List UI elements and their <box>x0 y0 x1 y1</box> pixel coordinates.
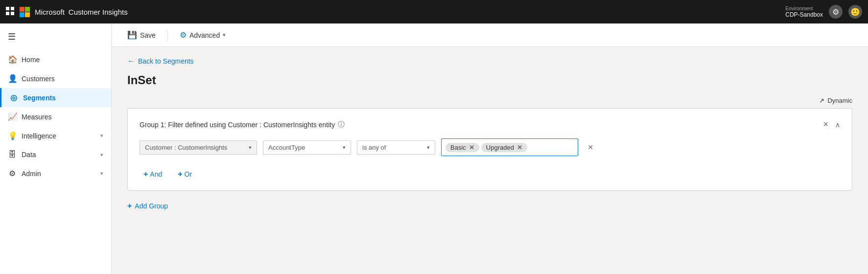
advanced-label: Advanced <box>189 31 220 39</box>
measures-icon: 📈 <box>8 112 17 121</box>
sidebar-item-data[interactable]: 🗄 Data ▾ <box>0 145 111 164</box>
remove-basic-button[interactable]: ✕ <box>468 144 475 151</box>
value-basic-label: Basic <box>450 144 466 151</box>
add-group-row: + Add Group <box>127 199 852 213</box>
or-label: Or <box>185 170 192 178</box>
add-group-button[interactable]: + Add Group <box>127 199 168 213</box>
dynamic-label: Dynamic <box>827 97 852 104</box>
topbar-right: Environment CDP-Sandbox ⚙ 🙂 <box>785 5 862 19</box>
sidebar-label-home: Home <box>22 56 40 64</box>
sidebar-label-customers: Customers <box>22 75 55 83</box>
field-chevron-icon: ▾ <box>343 144 346 151</box>
entity-chevron-icon: ▾ <box>249 144 252 151</box>
sidebar-item-measures[interactable]: 📈 Measures <box>0 107 111 126</box>
svg-rect-1 <box>11 7 14 10</box>
sidebar-item-home[interactable]: 🏠 Home <box>0 50 111 69</box>
page-title: InSet <box>127 73 852 87</box>
dynamic-area: ↗ Dynamic <box>127 97 852 104</box>
and-plus-icon: + <box>143 170 148 179</box>
group-collapse-button[interactable]: ∧ <box>835 121 840 129</box>
dynamic-badge: ↗ Dynamic <box>819 97 852 104</box>
segments-icon: ◎ <box>9 93 18 102</box>
app-name: Customer Insights <box>69 8 128 16</box>
dynamic-chart-icon: ↗ <box>819 97 824 104</box>
field-select[interactable]: AccountType ▾ <box>263 140 351 155</box>
operator-value: is any of <box>362 144 386 151</box>
data-icon: 🗄 <box>8 150 17 159</box>
operator-select[interactable]: is any of ▾ <box>357 140 435 155</box>
filter-row: Customer : CustomerInsights ▾ AccountTyp… <box>140 138 840 156</box>
add-group-label: Add Group <box>135 202 168 210</box>
admin-icon: ⚙ <box>8 169 17 178</box>
settings-icon[interactable]: ⚙ <box>829 5 843 19</box>
environment-label: Environment <box>785 6 823 11</box>
back-label: Back to Segments <box>138 57 194 65</box>
page-content: ← Back to Segments InSet ↗ Dynamic Group… <box>112 47 868 274</box>
sidebar-item-intelligence[interactable]: 💡 Intelligence ▾ <box>0 126 111 145</box>
advanced-button[interactable]: ⚙ Advanced ▾ <box>174 27 232 43</box>
group-header: Group 1: Filter defined using Customer :… <box>140 118 840 131</box>
info-icon[interactable]: ⓘ <box>338 120 345 129</box>
entity-select[interactable]: Customer : CustomerInsights ▾ <box>140 140 257 155</box>
intelligence-chevron: ▾ <box>100 133 103 139</box>
sidebar-item-admin[interactable]: ⚙ Admin ▾ <box>0 164 111 183</box>
environment-info: Environment CDP-Sandbox <box>785 6 823 18</box>
or-button[interactable]: + Or <box>174 168 196 181</box>
values-area[interactable]: Basic ✕ Upgraded ✕ <box>441 138 578 156</box>
sidebar-label-admin: Admin <box>22 170 41 178</box>
save-label: Save <box>140 31 156 39</box>
sidebar: ☰ 🏠 Home 👤 Customers ◎ Segments 📈 Measur… <box>0 23 112 274</box>
intelligence-icon: 💡 <box>8 131 17 140</box>
topbar: Microsoft Customer Insights Environment … <box>0 0 868 23</box>
save-button[interactable]: 💾 Save <box>121 27 162 43</box>
entity-value: Customer : CustomerInsights <box>145 144 227 151</box>
user-smile-icon[interactable]: 🙂 <box>848 5 862 19</box>
back-arrow-icon: ← <box>127 57 135 66</box>
operator-chevron-icon: ▾ <box>427 144 430 151</box>
svg-rect-0 <box>6 7 9 10</box>
home-icon: 🏠 <box>8 55 17 64</box>
environment-name: CDP-Sandbox <box>785 11 823 18</box>
save-icon: 💾 <box>127 30 137 40</box>
group-actions: × ∧ <box>820 118 840 131</box>
and-button[interactable]: + And <box>140 168 166 181</box>
sidebar-item-customers[interactable]: 👤 Customers <box>0 69 111 88</box>
group-close-button[interactable]: × <box>820 118 831 131</box>
back-navigation[interactable]: ← Back to Segments <box>127 57 852 66</box>
values-clear-button[interactable]: × <box>588 142 593 153</box>
value-tag-basic: Basic ✕ <box>446 143 479 152</box>
value-tag-upgraded: Upgraded ✕ <box>481 143 527 152</box>
field-value: AccountType <box>268 144 305 151</box>
sidebar-label-segments: Segments <box>23 94 56 102</box>
sidebar-label-measures: Measures <box>22 113 51 121</box>
toolbar: 💾 Save ⚙ Advanced ▾ <box>112 23 868 47</box>
and-or-row: + And + Or <box>140 164 840 181</box>
customers-icon: 👤 <box>8 74 17 83</box>
layout: ☰ 🏠 Home 👤 Customers ◎ Segments 📈 Measur… <box>0 23 868 274</box>
add-group-plus-icon: + <box>127 202 132 210</box>
admin-chevron: ▾ <box>100 170 103 177</box>
group-title: Group 1: Filter defined using Customer :… <box>140 120 345 129</box>
sidebar-label-intelligence: Intelligence <box>22 132 56 140</box>
grid-icon[interactable] <box>6 7 15 17</box>
data-chevron: ▾ <box>100 152 103 158</box>
toolbar-separator <box>167 29 168 41</box>
microsoft-label: Microsoft <box>35 8 65 16</box>
sidebar-label-data: Data <box>22 151 36 159</box>
microsoft-logo <box>20 7 30 17</box>
remove-upgraded-button[interactable]: ✕ <box>516 144 523 151</box>
svg-rect-2 <box>6 12 9 15</box>
svg-rect-3 <box>11 12 14 15</box>
or-plus-icon: + <box>178 170 182 179</box>
group-card: Group 1: Filter defined using Customer :… <box>127 108 852 191</box>
group-title-text: Group 1: Filter defined using Customer :… <box>140 121 335 129</box>
sidebar-item-segments[interactable]: ◎ Segments <box>0 88 111 107</box>
main-content: 💾 Save ⚙ Advanced ▾ ← Back to Segments I… <box>112 23 868 274</box>
value-upgraded-label: Upgraded <box>486 144 514 151</box>
and-label: And <box>150 170 162 178</box>
sidebar-hamburger[interactable]: ☰ <box>0 27 111 50</box>
advanced-chevron-icon: ▾ <box>223 32 226 38</box>
advanced-gear-icon: ⚙ <box>180 30 187 40</box>
